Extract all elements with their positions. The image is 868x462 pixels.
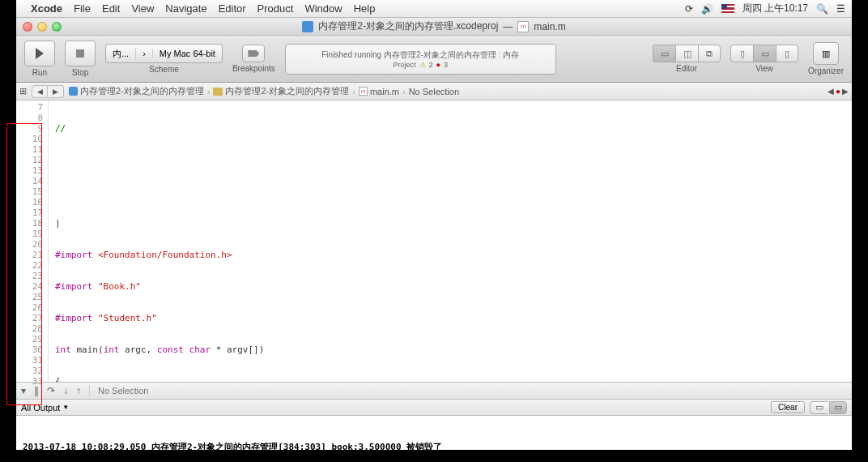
clock[interactable]: 周四 上午10:17 xyxy=(742,2,808,15)
close-button[interactable] xyxy=(23,22,32,32)
menu-help[interactable]: Help xyxy=(354,2,376,15)
version-editor-button[interactable]: ⧉ xyxy=(698,45,721,62)
stop-label: Stop xyxy=(72,68,89,77)
console-view-toggle[interactable]: ▭ xyxy=(829,401,847,414)
activity-status: Finished running 内存管理2-对象之间的内存管理 : 内存 xyxy=(321,49,519,61)
step-over-button[interactable]: ↷ xyxy=(47,385,55,396)
volume-icon[interactable]: 🔊 xyxy=(701,3,713,15)
line-number-gutter[interactable]: 7891011121314151617181920212223242526272… xyxy=(16,101,49,382)
pause-button[interactable]: ‖ xyxy=(34,385,39,396)
forward-button[interactable]: ▶ xyxy=(48,85,64,98)
scheme-target[interactable]: 内... xyxy=(106,48,136,60)
menu-editor[interactable]: Editor xyxy=(219,2,246,15)
console-filter-dropdown[interactable]: All Output xyxy=(21,403,60,413)
menu-navigate[interactable]: Navigate xyxy=(165,2,206,15)
window-title-file: main.m xyxy=(534,21,565,32)
menu-file[interactable]: File xyxy=(74,2,91,15)
notification-center-icon[interactable]: ☰ xyxy=(836,3,845,15)
clear-console-button[interactable]: Clear xyxy=(771,401,805,413)
organizer-label: Organizer xyxy=(808,66,844,75)
hide-debug-button[interactable]: ▾ xyxy=(21,385,26,396)
title-separator: — xyxy=(503,21,513,32)
play-icon xyxy=(36,48,44,59)
standard-editor-button[interactable]: ▭ xyxy=(653,45,675,62)
chevron-icon: › xyxy=(352,87,355,96)
minimize-button[interactable] xyxy=(37,22,47,32)
file-icon: m xyxy=(517,21,529,32)
macos-menubar: Xcode File Edit View Navigate Editor Pro… xyxy=(16,0,852,18)
debug-area-toggle[interactable]: ▭ xyxy=(753,45,776,62)
related-items-icon[interactable]: ⊞ xyxy=(19,86,27,96)
next-issue-button[interactable]: ▶ xyxy=(842,87,849,96)
view-panels-selector: ▯ ▭ ▯ xyxy=(730,45,798,62)
utilities-toggle[interactable]: ▯ xyxy=(776,45,798,62)
warning-count: 2 xyxy=(429,61,433,69)
step-out-button[interactable]: ↑ xyxy=(76,385,81,396)
chevron-icon: › xyxy=(207,87,211,96)
view-label: View xyxy=(755,64,773,73)
assistant-editor-button[interactable]: ◫ xyxy=(675,45,698,62)
menu-window[interactable]: Window xyxy=(304,2,342,15)
window-title-project: 内存管理2-对象之间的内存管理.xcodeproj xyxy=(318,19,498,33)
jump-bar: ⊞ ◀ ▶ 内存管理2-对象之间的内存管理 › 内存管理2-对象之间的内存管理 … xyxy=(16,83,852,101)
debug-console[interactable]: 2013-07-18 10:08:29.050 内存管理2-对象之间的内存管理[… xyxy=(16,416,852,462)
step-into-button[interactable]: ↓ xyxy=(63,385,68,396)
source-editor[interactable]: 7891011121314151617181920212223242526272… xyxy=(16,101,852,382)
input-flag-icon[interactable] xyxy=(721,4,734,13)
debug-bar: ▾ ‖ ↷ ↓ ↑ No Selection xyxy=(16,382,852,400)
issue-marker[interactable]: ● xyxy=(836,87,840,96)
jump-project[interactable]: 内存管理2-对象之间的内存管理 xyxy=(69,85,204,97)
run-label: Run xyxy=(32,68,47,77)
jump-file[interactable]: mmain.m xyxy=(359,87,399,96)
breakpoints-label: Breakpoints xyxy=(232,64,275,73)
scheme-destination[interactable]: My Mac 64-bit xyxy=(153,49,222,58)
code-content[interactable]: // | #import <Foundation/Foundation.h> #… xyxy=(49,101,852,382)
timemachine-icon[interactable]: ⟳ xyxy=(685,3,693,15)
project-icon xyxy=(302,21,313,32)
scheme-arrow: › xyxy=(136,49,153,58)
window-titlebar: 内存管理2-对象之间的内存管理.xcodeproj — m main.m xyxy=(16,18,852,36)
activity-project-label: Project xyxy=(393,61,415,69)
breakpoints-button[interactable] xyxy=(242,45,265,62)
scheme-label: Scheme xyxy=(149,65,179,74)
error-icon: ● xyxy=(436,61,440,69)
console-filter-bar: All Output ▼ Clear ▭ ▭ xyxy=(16,400,852,416)
menu-product[interactable]: Product xyxy=(257,2,294,15)
variables-view-toggle[interactable]: ▭ xyxy=(810,401,828,414)
jump-folder[interactable]: 内存管理2-对象之间的内存管理 xyxy=(213,85,349,97)
jump-symbol[interactable]: No Selection xyxy=(409,87,459,96)
folder-icon xyxy=(213,88,223,96)
stop-icon xyxy=(76,49,84,58)
chevron-down-icon: ▼ xyxy=(62,404,69,411)
console-line: 2013-07-18 10:08:29.050 内存管理2-对象之间的内存管理[… xyxy=(23,442,845,453)
app-menu[interactable]: Xcode xyxy=(31,2,62,15)
run-button[interactable] xyxy=(24,41,55,66)
file-icon: m xyxy=(359,87,368,96)
zoom-button[interactable] xyxy=(52,22,62,32)
prev-issue-button[interactable]: ◀ xyxy=(828,87,834,96)
scheme-selector[interactable]: 内... › My Mac 64-bit xyxy=(105,44,223,63)
editor-mode-selector: ▭ ◫ ⧉ xyxy=(653,45,721,62)
toolbar: Run Stop 内... › My Mac 64-bit Scheme Bre… xyxy=(16,36,852,83)
spotlight-icon[interactable]: 🔍 xyxy=(816,3,828,15)
error-count: 3 xyxy=(444,61,448,69)
editor-label: Editor xyxy=(676,64,697,73)
chevron-icon: › xyxy=(402,87,406,96)
navigator-toggle[interactable]: ▯ xyxy=(730,45,753,62)
activity-viewer[interactable]: Finished running 内存管理2-对象之间的内存管理 : 内存 Pr… xyxy=(285,44,556,75)
warning-icon: ⚠ xyxy=(419,61,426,69)
breakpoint-icon xyxy=(248,50,259,57)
back-button[interactable]: ◀ xyxy=(32,85,48,98)
stop-button[interactable] xyxy=(65,41,96,66)
menu-view[interactable]: View xyxy=(131,2,154,15)
menu-edit[interactable]: Edit xyxy=(102,2,120,15)
organizer-button[interactable]: ▥ xyxy=(813,42,839,65)
debug-thread-selector[interactable]: No Selection xyxy=(98,386,148,396)
